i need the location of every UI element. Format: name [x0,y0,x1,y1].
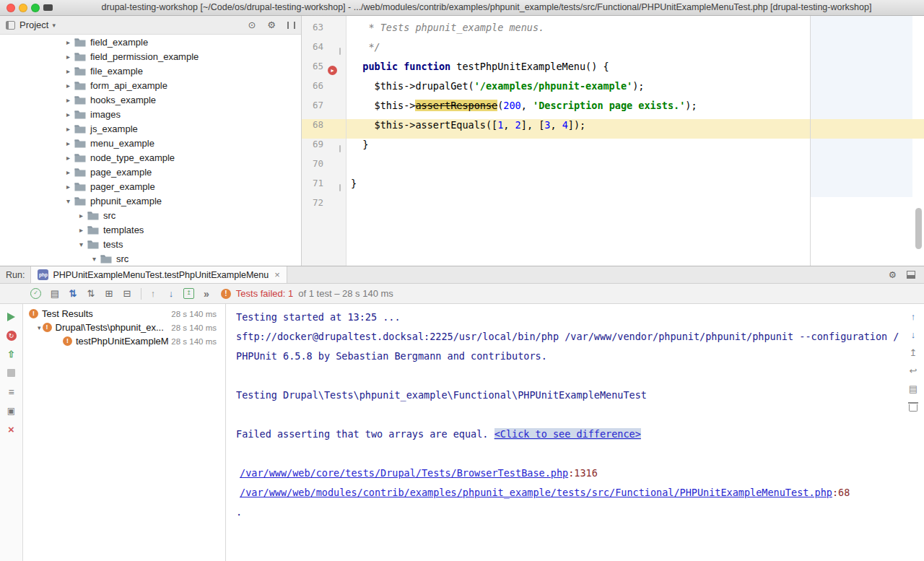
toggle-auto-test-button[interactable]: ⇧ [7,349,15,360]
failed-test-run-icon[interactable]: ▸ [328,66,337,75]
expand-all-icon[interactable]: ⊞ [103,288,115,299]
line-number[interactable]: 68 [303,119,323,139]
stacktrace-link[interactable]: /var/www/web/modules/contrib/examples/ph… [240,487,832,498]
stop-button[interactable] [7,368,15,378]
restore-layout-button[interactable]: ≡ [8,386,14,397]
line-number[interactable]: 63 [303,22,323,41]
disclosure-triangle-icon[interactable]: ▸ [64,38,73,46]
project-tree-item[interactable]: ▾ tests [0,237,301,251]
disclosure-triangle-icon[interactable]: ▸ [64,110,73,118]
test-tree-row[interactable]: ! testPhpUnitExampleM 28 s 140 ms [24,334,225,348]
close-tab-icon[interactable]: × [274,269,280,280]
test-console[interactable]: Testing started at 13:25 ... sftp://dock… [227,304,924,561]
pin-tab-button[interactable]: ▣ [7,405,15,416]
test-tree-row[interactable]: ! Test Results 28 s 140 ms [24,307,225,321]
project-tree-item[interactable]: ▸ field_example [0,35,301,49]
fold-marker-icon[interactable] [339,145,341,152]
sort-by-duration-icon[interactable]: ⇅ [67,288,79,299]
scroll-down-icon[interactable]: ↓ [911,329,916,339]
project-tree-item[interactable]: ▸ form_api_example [0,78,301,92]
code-area[interactable]: * Tests phpunit_example menus. */ public… [346,22,924,217]
code-line-70[interactable] [346,158,924,178]
line-number[interactable]: 65 [303,61,323,80]
rerun-failed-tests-button[interactable]: ↻ [6,330,17,341]
disclosure-triangle-icon[interactable]: ▸ [64,139,73,147]
disclosure-triangle-icon[interactable]: ▾ [64,197,73,205]
code-line-67[interactable]: $this->assertResponse(200, 'Description … [346,100,924,119]
disclosure-triangle-icon[interactable]: ▾ [90,255,99,263]
editor-scrollbar[interactable] [915,208,922,249]
project-tree-item[interactable]: ▸ images [0,107,301,121]
disclosure-triangle-icon[interactable]: ▾ [38,324,41,331]
import-test-results-icon[interactable]: ↥ [183,288,194,299]
scroll-up-icon[interactable]: ↑ [911,311,916,321]
soft-wrap-icon[interactable]: ↩ [910,365,918,375]
project-tree-item[interactable]: ▸ templates [0,222,301,237]
project-tree-item[interactable]: ▸ field_permission_example [0,49,301,64]
code-line-71[interactable]: } [346,178,924,197]
gear-icon[interactable]: ⚙ [267,19,276,30]
run-tab[interactable]: php PHPUnitExampleMenuTest.testPhpUnitEx… [30,266,287,283]
clear-all-icon[interactable] [909,404,918,412]
collapse-all-icon[interactable]: ⊟ [121,288,133,299]
disclosure-triangle-icon[interactable]: ▸ [64,96,73,104]
hide-passed-icon[interactable]: ✓ [30,288,41,299]
export-icon[interactable]: ↥ [910,347,918,357]
disclosure-triangle-icon[interactable]: ▸ [64,125,73,133]
chevron-down-icon[interactable]: ▾ [52,22,56,29]
hide-panel-icon[interactable] [907,271,915,279]
previous-failed-test-icon[interactable]: ↑ [147,288,159,299]
project-tree-item[interactable]: ▸ js_example [0,121,301,136]
stacktrace-link[interactable]: /var/www/web/core/tests/Drupal/Tests/Bro… [240,467,568,479]
project-tree-item[interactable]: ▸ file_example [0,64,301,78]
locate-icon[interactable]: ⊙ [248,19,256,30]
minimize-window-button[interactable] [19,4,27,12]
disclosure-triangle-icon[interactable]: ▸ [64,154,73,162]
line-number[interactable]: 71 [303,178,323,197]
code-line-68-current[interactable]: $this->assertEquals([1, 2], [3, 4]); [346,119,924,139]
line-number[interactable]: 66 [303,80,323,100]
code-line-63[interactable]: * Tests phpunit_example menus. [346,22,924,41]
disclosure-triangle-icon[interactable]: ▸ [64,183,73,191]
project-tree-item[interactable]: ▾ src [0,251,301,266]
see-difference-link[interactable]: <Click to see difference> [494,428,641,440]
sort-alphabetically-icon[interactable]: ⇅ [85,288,97,299]
code-line-64[interactable]: */ [346,41,924,61]
line-number[interactable]: 64 [303,41,323,61]
project-tree-item[interactable]: ▸ menu_example [0,136,301,150]
project-tree-item[interactable]: ▸ pager_example [0,179,301,193]
fold-marker-icon[interactable] [339,184,341,191]
gear-icon[interactable]: ⚙ [889,269,897,280]
disclosure-triangle-icon[interactable]: ▸ [64,168,73,176]
code-line-72[interactable] [346,197,924,217]
next-failed-test-icon[interactable]: ↓ [165,288,177,299]
close-window-button[interactable] [6,4,15,12]
editor[interactable]: 63 64 65▸ 66 67 68 69 70 71 72 * Tests p… [302,16,924,266]
more-actions-chevron-icon[interactable]: » [204,288,209,300]
disclosure-triangle-icon[interactable]: ▸ [77,226,86,234]
zoom-window-button[interactable] [31,4,40,12]
project-panel-title[interactable]: Project [19,19,48,30]
project-tree-item[interactable]: ▾ phpunit_example [0,193,301,208]
code-line-66[interactable]: $this->drupalGet('/examples/phpunit-exam… [346,80,924,100]
project-tree-item[interactable]: ▸ hooks_example [0,92,301,107]
line-number[interactable]: 70 [303,158,323,178]
line-number[interactable]: 67 [303,100,323,119]
rerun-button[interactable] [7,311,15,322]
project-tree-item[interactable]: ▸ page_example [0,165,301,179]
disclosure-triangle-icon[interactable]: ▸ [77,212,86,219]
test-tree-row[interactable]: ▾ ! Drupal\Tests\phpunit_ex... 28 s 140 … [24,321,225,334]
disclosure-triangle-icon[interactable]: ▸ [64,53,73,61]
editor-gutter[interactable]: 63 64 65▸ 66 67 68 69 70 71 72 [302,16,346,266]
disclosure-triangle-icon[interactable]: ▾ [77,240,86,248]
line-number[interactable]: 72 [303,197,323,217]
fold-marker-icon[interactable] [339,48,341,55]
project-tree-item[interactable]: ▸ src [0,208,301,222]
code-line-65[interactable]: public function testPhpUnitExampleMenu()… [346,61,924,80]
hide-panel-icon[interactable] [287,22,295,29]
show-passed-console-icon[interactable]: ▤ [49,288,61,299]
line-number[interactable]: 69 [303,139,323,158]
disclosure-triangle-icon[interactable]: ▸ [64,67,73,75]
code-line-69[interactable]: } [346,139,924,158]
close-run-panel-button[interactable]: × [8,424,14,435]
